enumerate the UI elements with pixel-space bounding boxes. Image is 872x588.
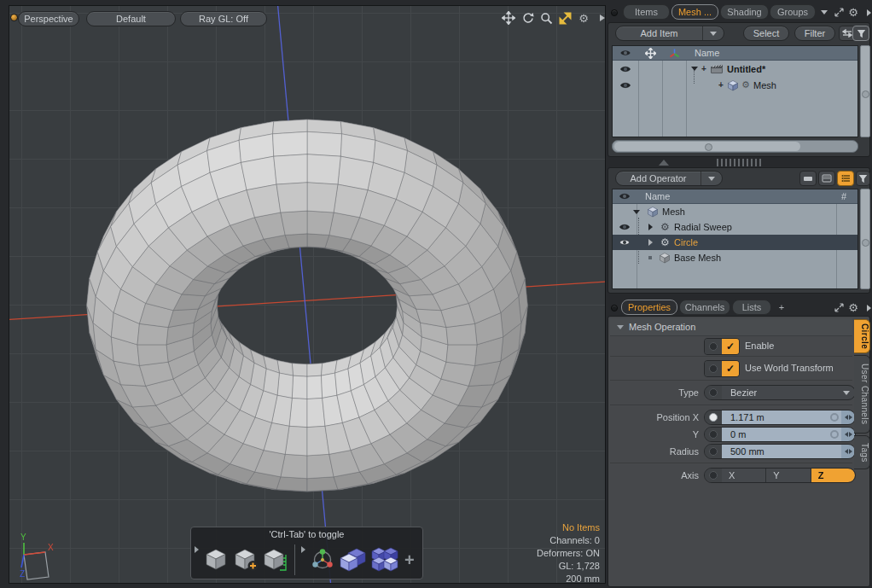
array-mesh-tool-icon[interactable] <box>371 546 398 573</box>
item-row-mesh[interactable]: + ⚙ Mesh <box>613 77 857 93</box>
add-operator-button[interactable]: Add Operator <box>615 171 723 186</box>
name-column-header[interactable]: Name <box>645 189 670 203</box>
visibility-column-eye-icon[interactable] <box>613 189 637 203</box>
value-stepper[interactable] <box>841 445 855 458</box>
transform-column-icon[interactable] <box>639 46 662 60</box>
item-row-untitled[interactable]: + Untitled* <box>613 61 857 77</box>
rotate-view-icon[interactable] <box>520 10 535 26</box>
name-column-header[interactable]: Name <box>695 46 719 60</box>
duplicate-mesh-tool-icon[interactable] <box>340 546 367 573</box>
gear-icon[interactable]: ⚙ <box>576 10 591 26</box>
add-tool-icon[interactable]: + <box>404 551 415 568</box>
add-item-dropdown-arrow[interactable] <box>702 26 724 40</box>
dropdown-arrow-icon[interactable] <box>838 386 855 399</box>
tab-channels[interactable]: Channels <box>679 300 730 315</box>
tab-properties[interactable]: Properties <box>621 300 677 315</box>
eye-icon[interactable] <box>619 77 631 93</box>
expand-panel-icon[interactable] <box>833 302 845 313</box>
position-x-value[interactable]: 1.171 m <box>722 410 828 424</box>
operator-label[interactable]: Base Mesh <box>674 250 721 265</box>
checkbox-check-icon[interactable]: ✓ <box>722 361 739 376</box>
viewport-3d[interactable]: Perspective Default Ray GL: Off ⚙ <box>9 5 606 584</box>
viewport-rollover-dot[interactable] <box>10 14 18 21</box>
mesh-ops-gear-icon[interactable]: ⚙ <box>741 77 750 93</box>
action-center-gizmo-icon[interactable] <box>310 546 335 573</box>
value-stepper[interactable] <box>841 428 855 441</box>
tab-shading[interactable]: Shading <box>720 4 769 20</box>
tab-items[interactable]: Items <box>623 4 670 20</box>
zoom-icon[interactable] <box>538 10 554 26</box>
collapsed-arrow-icon[interactable] <box>648 219 653 235</box>
list-view-icon[interactable] <box>837 171 854 186</box>
visibility-column-eye-icon[interactable] <box>613 46 638 60</box>
cube-dimensions-tool-icon[interactable] <box>263 546 288 573</box>
channel-toggle-icon[interactable] <box>705 469 722 482</box>
select-button[interactable]: Select <box>743 26 789 41</box>
window-view-icon[interactable] <box>818 171 835 186</box>
operator-label[interactable]: Radial Sweep <box>674 219 732 235</box>
item-tree-horizontal-scrollbar[interactable] <box>612 140 858 153</box>
operator-label[interactable]: Circle <box>674 235 698 250</box>
axis-x-button[interactable]: X <box>722 469 766 482</box>
position-y-value[interactable]: 0 m <box>722 428 828 441</box>
tab-mesh[interactable]: Mesh ... <box>671 4 718 20</box>
axis-y-button[interactable]: Y <box>766 469 811 482</box>
position-y-field[interactable]: 0 m <box>704 427 856 442</box>
cube-tool-icon[interactable] <box>203 546 229 573</box>
viewport-options-arrow-icon[interactable] <box>595 10 606 26</box>
add-child-icon[interactable]: + <box>701 61 706 77</box>
channel-toggle-icon[interactable] <box>705 386 722 399</box>
gear-icon[interactable]: ⚙ <box>847 302 859 313</box>
expand-panel-icon[interactable] <box>833 7 845 18</box>
tab-overflow-icon[interactable] <box>818 7 830 18</box>
mesh-operation-section-header[interactable]: Mesh Operation <box>610 318 852 336</box>
enable-checkbox[interactable]: ✓ <box>704 338 740 355</box>
use-world-transform-checkbox[interactable]: ✓ <box>704 360 740 377</box>
gear-icon[interactable]: ⚙ <box>847 7 859 18</box>
add-cube-tool-icon[interactable] <box>233 546 259 573</box>
solo-view-icon[interactable] <box>799 171 817 186</box>
operator-row-mesh[interactable]: Mesh <box>613 204 857 219</box>
channel-toggle-icon[interactable] <box>705 410 722 424</box>
collapsed-arrow-icon[interactable] <box>648 235 653 250</box>
tab-groups[interactable]: Groups <box>770 4 816 20</box>
channel-toggle-icon[interactable] <box>705 339 722 354</box>
eye-icon[interactable] <box>619 235 631 250</box>
panel-menu-arrow-icon[interactable] <box>863 302 872 313</box>
filter-funnel-icon[interactable] <box>852 26 869 41</box>
position-x-field[interactable]: 1.171 m <box>704 410 856 425</box>
minislider-knob-icon[interactable] <box>828 428 841 441</box>
pan-icon[interactable] <box>501 10 516 26</box>
channel-toggle-icon[interactable] <box>705 445 722 458</box>
shading-mode-button[interactable]: Default <box>86 11 176 26</box>
minislider-knob-icon[interactable] <box>828 410 841 424</box>
item-label[interactable]: Mesh <box>753 77 776 93</box>
section-collapse-icon[interactable] <box>617 325 624 329</box>
add-child-icon[interactable]: + <box>718 77 724 93</box>
collapse-panel-arrow-icon[interactable] <box>659 160 669 166</box>
radius-value[interactable]: 500 mm <box>722 445 841 458</box>
eye-icon[interactable] <box>619 61 631 77</box>
camera-view-button[interactable]: Perspective <box>18 11 79 26</box>
raygl-button[interactable]: Ray GL: Off <box>180 11 267 26</box>
tab-lists[interactable]: Lists <box>732 300 771 315</box>
panel-divider[interactable] <box>607 157 872 167</box>
eye-icon[interactable] <box>619 219 631 235</box>
axis-z-button[interactable]: Z <box>811 469 855 482</box>
axis-column-icon[interactable] <box>663 46 686 60</box>
operator-label[interactable]: Mesh <box>662 204 685 219</box>
side-tab-user-channels[interactable]: User Channels <box>854 355 870 434</box>
item-tree-vertical-scrollbar[interactable] <box>860 45 870 137</box>
value-stepper[interactable] <box>841 410 855 424</box>
toolbar-popup-arrow-icon[interactable] <box>195 546 199 553</box>
type-dropdown[interactable]: Bezier <box>704 385 856 400</box>
channel-toggle-icon[interactable] <box>705 428 722 441</box>
panel-menu-arrow-icon[interactable] <box>863 7 872 18</box>
channel-toggle-icon[interactable] <box>705 361 722 376</box>
filter-funnel-icon[interactable] <box>856 171 870 186</box>
side-tab-circle[interactable]: Circle <box>854 319 870 353</box>
tab-add[interactable]: + <box>773 300 790 315</box>
operator-row-base-mesh[interactable]: Base Mesh <box>613 250 857 265</box>
toolbar-popup-arrow-icon[interactable] <box>301 546 305 553</box>
radius-field[interactable]: 500 mm <box>704 444 856 459</box>
